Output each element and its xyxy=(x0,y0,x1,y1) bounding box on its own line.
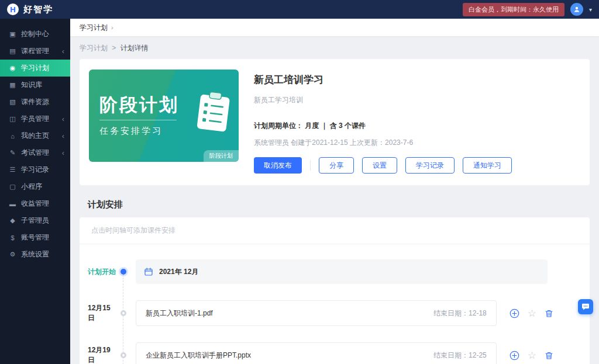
cover-subtitle: 任务安排学习 xyxy=(99,126,163,137)
sidebar-item-label: 账号管理 xyxy=(21,233,49,242)
sidebar-item-system-settings[interactable]: ⚙ 系统设置 xyxy=(0,246,70,263)
sidebar-item-label: 课程管理 xyxy=(21,46,49,56)
sidebar-item-exam-management[interactable]: ✎ 考试管理 ‹ xyxy=(0,144,70,161)
sidebar-item-course-management[interactable]: ▤ 课程管理 ‹ xyxy=(0,43,70,60)
miniapp-icon: ▢ xyxy=(8,183,17,190)
sidebar: ▣ 控制中心 ▤ 课程管理 ‹ ◉ 学习计划 ▦ 知识库 ▧ 课件资源 ◫ 学员… xyxy=(0,19,70,364)
course-icon: ▤ xyxy=(8,47,17,55)
timeline-dot xyxy=(121,310,126,316)
sidebar-item-label: 学习计划 xyxy=(21,63,49,73)
sidebar-item-control-center[interactable]: ▣ 控制中心 xyxy=(0,26,70,43)
sidebar-item-label: 系统设置 xyxy=(21,249,49,259)
plan-info: 新员工培训学习 新员工学习培训 计划周期单位： 月度 ｜ 含 3 个课件 系统管… xyxy=(254,70,578,174)
study-records-button[interactable]: 学习记录 xyxy=(405,157,455,174)
page-header: 学习计划 › xyxy=(70,19,599,36)
topbar: H 好智学 白金会员，到期时间：永久使用 ▾ xyxy=(0,0,599,19)
revenue-icon: ▬ xyxy=(8,200,17,207)
timeline-date-label: 12月15日 xyxy=(84,303,117,323)
chevron-left-icon: ‹ xyxy=(62,131,64,140)
chevron-down-icon[interactable]: ▾ xyxy=(589,6,592,13)
sidebar-item-study-plan[interactable]: ◉ 学习计划 xyxy=(0,60,70,77)
breadcrumb-current: 计划详情 xyxy=(121,44,149,52)
star-icon[interactable]: ☆ xyxy=(528,351,536,360)
plan-created-meta: 系统管理员 创建于2021-12-15 上次更新：2023-7-6 xyxy=(254,138,578,148)
chevron-left-icon: ‹ xyxy=(62,115,64,123)
brand-logo-letter: H xyxy=(10,5,15,14)
timeline-item-content: 企业新员工入职培训手册PPT.pptx 结束日期：12-25 ☆ xyxy=(136,342,576,364)
share-button[interactable]: 分享 xyxy=(319,157,354,174)
timeline-row-item: 12月15日 新员工入职培训-1.pdf 结束日期：12-18 xyxy=(84,300,576,326)
timeline-start-label: 计划开始 xyxy=(84,267,117,277)
calendar-icon xyxy=(144,267,153,276)
records-icon: ☰ xyxy=(8,166,17,174)
courseware-row[interactable]: 企业新员工入职培训手册PPT.pptx 结束日期：12-25 xyxy=(136,342,497,364)
dashboard-icon: ▣ xyxy=(8,30,17,38)
plan-subtitle: 新员工学习培训 xyxy=(254,95,578,105)
trash-icon[interactable] xyxy=(545,351,553,360)
breadcrumb: 学习计划 > 计划详情 xyxy=(80,43,590,53)
chevron-right-icon[interactable]: › xyxy=(111,24,113,31)
row-actions: ☆ xyxy=(510,308,553,318)
exam-icon: ✎ xyxy=(8,149,17,157)
courseware-row[interactable]: 新员工入职培训-1.pdf 结束日期：12-18 xyxy=(136,300,497,326)
user-icon xyxy=(573,6,580,13)
sidebar-item-learning-records[interactable]: ☰ 学习记录 xyxy=(0,161,70,178)
trash-icon[interactable] xyxy=(545,309,553,318)
sidebar-item-account-management[interactable]: $ 账号管理 xyxy=(0,229,70,246)
cancel-publish-button[interactable]: 取消发布 xyxy=(254,157,302,174)
row-actions: ☆ xyxy=(510,351,553,360)
knowledge-icon: ▦ xyxy=(8,81,17,89)
notify-study-button[interactable]: 通知学习 xyxy=(463,157,512,174)
sidebar-item-revenue-management[interactable]: ▬ 收益管理 xyxy=(0,195,70,212)
chevron-left-icon: ‹ xyxy=(62,148,64,157)
chat-bubble-icon xyxy=(581,303,590,311)
sidebar-item-label: 子管理员 xyxy=(21,216,49,226)
timeline-date-label: 12月19日 xyxy=(84,345,117,364)
sidebar-item-label: 收益管理 xyxy=(21,199,49,209)
schedule-hint: 点击时间轴可添加课件安排 xyxy=(80,217,590,244)
subadmin-icon: ◆ xyxy=(8,217,17,224)
sidebar-item-label: 控制中心 xyxy=(21,29,49,39)
schedule-card: 点击时间轴可添加课件安排 计划开始 2021年 12月 xyxy=(80,217,590,364)
schedule-section-title: 计划安排 xyxy=(88,199,590,210)
breadcrumb-parent[interactable]: 学习计划 xyxy=(80,44,108,52)
sidebar-item-knowledge-base[interactable]: ▦ 知识库 xyxy=(0,77,70,93)
timeline-start-dot xyxy=(121,269,126,275)
brand-name: 好智学 xyxy=(23,4,53,15)
sidebar-item-label: 学员管理 xyxy=(21,114,49,124)
plan-actions: 取消发布 分享 设置 学习记录 通知学习 xyxy=(254,157,578,174)
courseware-end-date: 结束日期：12-25 xyxy=(433,351,487,360)
plan-cycle-meta: 计划周期单位： 月度 ｜ 含 3 个课件 xyxy=(254,121,578,131)
star-icon[interactable]: ☆ xyxy=(528,308,536,318)
cover-corner-tag: 阶段计划 xyxy=(204,150,239,162)
actions-divider xyxy=(310,160,311,171)
timeline-row-item: 12月19日 企业新员工入职培训手册PPT.pptx 结束日期：12-25 xyxy=(84,342,576,364)
settings-button[interactable]: 设置 xyxy=(362,157,397,174)
sidebar-item-label: 我的主页 xyxy=(21,131,49,141)
topbar-right: 白金会员，到期时间：永久使用 ▾ xyxy=(463,3,592,16)
plan-title: 新员工培训学习 xyxy=(254,73,578,86)
students-icon: ◫ xyxy=(8,115,17,123)
chevron-left-icon: ‹ xyxy=(62,47,64,56)
add-circle-icon[interactable] xyxy=(510,351,519,360)
sidebar-item-my-homepage[interactable]: ⌂ 我的主页 ‹ xyxy=(0,127,70,144)
plan-detail-card: 阶段计划 任务安排学习 阶段计划 新员工培训学习 新员工学习培训 计划周期单位：… xyxy=(80,59,590,185)
settings-icon: ⚙ xyxy=(8,251,17,258)
chat-widget-button[interactable] xyxy=(578,299,593,314)
courseware-end-date: 结束日期：12-18 xyxy=(433,308,487,318)
sidebar-item-courseware-resources[interactable]: ▧ 课件资源 xyxy=(0,93,70,110)
sidebar-item-sub-admin[interactable]: ◆ 子管理员 xyxy=(0,212,70,229)
add-circle-icon[interactable] xyxy=(510,308,519,318)
study-plan-icon: ◉ xyxy=(8,64,17,72)
sidebar-item-label: 小程序 xyxy=(21,182,42,192)
clipboard-icon xyxy=(193,88,234,134)
sidebar-item-student-management[interactable]: ◫ 学员管理 ‹ xyxy=(0,110,70,127)
timeline-row-start: 计划开始 2021年 12月 xyxy=(84,259,576,284)
sidebar-item-label: 课件资源 xyxy=(21,97,49,107)
membership-badge: 白金会员，到期时间：永久使用 xyxy=(463,3,564,16)
cover-divider xyxy=(99,120,177,120)
period-bar[interactable]: 2021年 12月 xyxy=(136,259,548,284)
sidebar-item-mini-program[interactable]: ▢ 小程序 xyxy=(0,178,70,195)
avatar[interactable] xyxy=(570,3,583,16)
page-title: 学习计划 xyxy=(80,23,108,33)
